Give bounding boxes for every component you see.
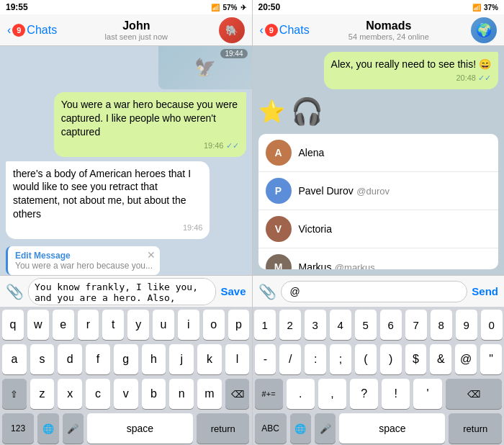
- key-4[interactable]: 4: [330, 310, 351, 340]
- left-chat-subtitle: last seen just now: [105, 32, 168, 41]
- globe-key[interactable]: 🌐: [37, 413, 58, 444]
- left-bubble-out: You were a war hero because you were cap…: [54, 92, 246, 157]
- right-space-key[interactable]: space: [339, 413, 445, 444]
- left-message-in-meta: 19:46: [13, 223, 202, 233]
- key-7[interactable]: 7: [405, 310, 427, 340]
- left-back-button[interactable]: ‹ 9 Chats: [7, 24, 57, 37]
- right-battery: 37%: [484, 4, 498, 12]
- key-semicolon[interactable]: ;: [330, 344, 351, 374]
- key-e[interactable]: e: [53, 310, 74, 340]
- key-exclaim[interactable]: !: [382, 379, 410, 409]
- key-q[interactable]: q: [2, 310, 24, 340]
- key-colon[interactable]: :: [305, 344, 326, 374]
- key-a[interactable]: a: [2, 344, 27, 374]
- right-chat-subtitle: 54 members, 24 online: [348, 32, 429, 41]
- right-group-avatar[interactable]: 🌍: [471, 17, 497, 43]
- close-edit-icon[interactable]: ✕: [147, 249, 156, 261]
- key-6[interactable]: 6: [380, 310, 402, 340]
- key-c[interactable]: c: [86, 379, 110, 409]
- key-h[interactable]: h: [142, 344, 166, 374]
- key-s[interactable]: s: [30, 344, 55, 374]
- key-minus[interactable]: -: [255, 344, 276, 374]
- backspace-key[interactable]: ⌫: [225, 379, 250, 409]
- left-kbd-row-3: ⇧ z x c v b n m ⌫: [2, 379, 250, 409]
- left-chat-area: 🦅 19:44 You were a war hero because you …: [0, 46, 252, 275]
- key-k[interactable]: k: [197, 344, 222, 374]
- pavel-avatar: P: [266, 178, 292, 204]
- member-victoria[interactable]: V Victoria: [258, 210, 499, 248]
- key-p[interactable]: p: [228, 310, 250, 340]
- check-icon: ✓✓: [226, 141, 239, 150]
- key-amp[interactable]: &: [430, 344, 451, 374]
- member-alena[interactable]: A Alena: [258, 134, 499, 172]
- left-message-out-text: You were a war hero because you were cap…: [61, 99, 238, 138]
- key-lparen[interactable]: (: [355, 344, 377, 374]
- key-x[interactable]: x: [58, 379, 82, 409]
- left-status-bar: 19:55 📶 57% ✈: [0, 0, 252, 14]
- victoria-info: Victoria: [299, 223, 332, 235]
- key-u[interactable]: u: [153, 310, 174, 340]
- right-return-key[interactable]: return: [449, 413, 502, 444]
- key-apostrophe[interactable]: ': [413, 379, 441, 409]
- key-d[interactable]: d: [58, 344, 82, 374]
- key-w[interactable]: w: [27, 310, 49, 340]
- right-abc-key[interactable]: ABC: [255, 413, 287, 444]
- member-pavel[interactable]: P Pavel Durov @durov: [258, 172, 499, 210]
- key-9[interactable]: 9: [456, 310, 477, 340]
- mic-key[interactable]: 🎤: [63, 413, 84, 444]
- key-n[interactable]: n: [169, 379, 194, 409]
- key-z[interactable]: z: [30, 379, 55, 409]
- key-m[interactable]: m: [197, 379, 222, 409]
- right-attach-icon[interactable]: 📎: [258, 283, 276, 300]
- left-panel: 19:55 📶 57% ✈ ‹ 9 Chats John last seen j…: [0, 0, 252, 445]
- key-f[interactable]: f: [86, 344, 110, 374]
- left-attach-icon[interactable]: 📎: [6, 283, 24, 300]
- key-0[interactable]: 0: [481, 310, 503, 340]
- right-back-button[interactable]: ‹ 9 Chats: [260, 24, 310, 37]
- left-save-button[interactable]: Save: [220, 285, 246, 297]
- key-rparen[interactable]: ): [380, 344, 402, 374]
- left-contact-avatar[interactable]: 🐘: [219, 17, 245, 43]
- key-b[interactable]: b: [142, 379, 166, 409]
- key-1[interactable]: 1: [254, 310, 276, 340]
- key-question[interactable]: ?: [350, 379, 378, 409]
- key-dollar[interactable]: $: [405, 344, 427, 374]
- key-3[interactable]: 3: [305, 310, 326, 340]
- edit-message-box: Edit Message You were a war hero because…: [6, 246, 160, 275]
- key-8[interactable]: 8: [431, 310, 452, 340]
- key-g[interactable]: g: [114, 344, 138, 374]
- right-kbd-row-1: 1 2 3 4 5 6 7 8 9 0: [255, 310, 503, 340]
- key-t[interactable]: t: [102, 310, 124, 340]
- right-send-button[interactable]: Send: [472, 285, 498, 297]
- key-l[interactable]: l: [225, 344, 250, 374]
- member-markus[interactable]: M Markus @markus: [258, 248, 499, 269]
- numbers-key[interactable]: 123: [2, 413, 34, 444]
- key-v[interactable]: v: [114, 379, 138, 409]
- key-at[interactable]: @: [455, 344, 477, 374]
- key-y[interactable]: y: [127, 310, 149, 340]
- right-mic-key[interactable]: 🎤: [315, 413, 336, 444]
- right-kbd-row-4: ABC 🌐 🎤 space return: [255, 413, 503, 444]
- shift-key[interactable]: ⇧: [2, 379, 27, 409]
- right-keyboard[interactable]: 1 2 3 4 5 6 7 8 9 0 - / : ; ( ) $ & @ " …: [253, 307, 505, 445]
- right-compose-input[interactable]: [281, 281, 468, 302]
- key-quote[interactable]: ": [480, 344, 502, 374]
- right-backspace-key[interactable]: ⌫: [446, 379, 502, 409]
- key-o[interactable]: o: [203, 310, 225, 340]
- left-compose-input[interactable]: You know frankly, I like you, and you ar…: [28, 278, 216, 305]
- left-nav-right[interactable]: 🐘: [216, 17, 245, 43]
- right-nav-right[interactable]: 🌍: [468, 17, 497, 43]
- right-globe-key[interactable]: 🌐: [290, 413, 311, 444]
- key-period[interactable]: .: [287, 379, 315, 409]
- symbols-key[interactable]: #+=: [255, 379, 283, 409]
- left-keyboard[interactable]: q w e r t y u i o p a s d f g h j k l ⇧ …: [0, 307, 252, 445]
- key-i[interactable]: i: [178, 310, 199, 340]
- space-key[interactable]: space: [87, 413, 193, 444]
- key-j[interactable]: j: [169, 344, 194, 374]
- key-slash[interactable]: /: [279, 344, 301, 374]
- key-5[interactable]: 5: [355, 310, 377, 340]
- key-2[interactable]: 2: [279, 310, 301, 340]
- key-r[interactable]: r: [78, 310, 99, 340]
- return-key[interactable]: return: [197, 413, 250, 444]
- key-comma[interactable]: ,: [318, 379, 346, 409]
